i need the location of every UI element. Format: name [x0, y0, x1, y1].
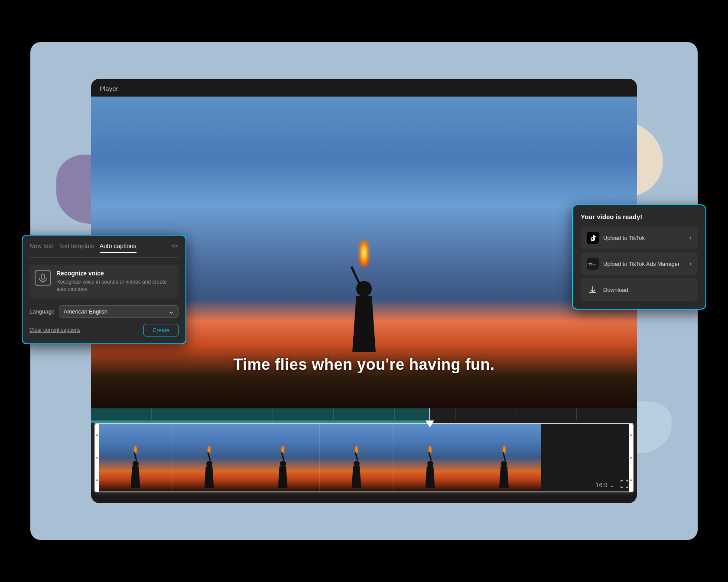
download-option[interactable]: Download [581, 278, 698, 301]
filmstrip-edge-left [95, 424, 99, 491]
upload-tiktok-option[interactable]: Upload to TikTok › [581, 226, 698, 249]
filmstrip [94, 423, 634, 492]
language-label: Language [29, 308, 55, 315]
svg-text:Ads: Ads [592, 263, 596, 266]
mini-body [131, 466, 140, 488]
film-frame-2 [172, 424, 246, 491]
film-frame-4 [320, 424, 393, 491]
aspect-ratio-value: 16:9 [596, 482, 608, 488]
film-frame-6 [467, 424, 541, 491]
captions-panel-tabs: New text Text template Auto captions << [29, 242, 179, 258]
video-ready-panel: Your video is ready! Upload to TikTok › [572, 204, 706, 310]
captions-panel: New text Text template Auto captions << … [22, 235, 186, 344]
playhead-line [429, 408, 430, 420]
filmstrip-edge-right [629, 424, 633, 491]
upload-tiktok-label: Upload to TikTok [603, 235, 645, 241]
playhead-triangle [426, 420, 434, 427]
bottom-controls: 16:9 ⌄ [596, 480, 628, 490]
player-label: Player [100, 85, 118, 92]
clear-captions-button[interactable]: Clear current captions [29, 327, 80, 333]
timeline-progress [91, 408, 429, 420]
tab-text-template[interactable]: Text template [58, 242, 94, 253]
recognize-voice-section: Recognize voice Recognize voice in sound… [29, 265, 179, 298]
upload-tiktok-ads-option[interactable]: TT Ads Upload to TikTok Ads Manager › [581, 252, 698, 275]
svg-rect-0 [41, 274, 45, 279]
main-frame: Player Time flies when you're having fun… [30, 42, 698, 540]
video-flame [359, 240, 369, 266]
create-captions-button[interactable]: Create [143, 324, 179, 336]
upload-tiktok-chevron-icon: › [689, 234, 692, 242]
video-figure [351, 240, 377, 352]
film-frame-5 [393, 424, 467, 491]
aspect-ratio-chevron: ⌄ [609, 482, 614, 488]
recognize-voice-title: Recognize voice [56, 270, 173, 277]
editor-container: Player Time flies when you're having fun… [91, 79, 637, 503]
video-head [356, 281, 372, 297]
language-row: Language American English ⌄ [29, 305, 179, 318]
aspect-ratio-button[interactable]: 16:9 ⌄ [596, 482, 614, 488]
mini-head [133, 461, 139, 467]
tab-new-text[interactable]: New text [29, 242, 53, 253]
video-ready-title: Your video is ready! [581, 213, 698, 220]
film-frame-person-1 [131, 446, 140, 488]
download-label: Download [603, 287, 628, 293]
tiktok-ads-icon: TT Ads [587, 258, 599, 270]
language-select[interactable]: American English ⌄ [59, 305, 179, 318]
video-body [351, 296, 377, 352]
recognize-voice-content: Recognize voice Recognize voice in sound… [56, 270, 173, 293]
recognize-voice-icon [35, 270, 51, 286]
captions-actions: Clear current captions Create [29, 324, 179, 336]
language-chevron-icon: ⌄ [169, 308, 174, 315]
filmstrip-frames [99, 424, 629, 491]
player-header: Player [91, 79, 637, 97]
tab-auto-captions[interactable]: Auto captions [100, 242, 136, 253]
fullscreen-button[interactable] [621, 480, 628, 490]
upload-tiktok-ads-chevron-icon: › [689, 260, 692, 268]
download-icon [587, 284, 599, 296]
upload-tiktok-ads-label: Upload to TikTok Ads Manager [603, 261, 679, 267]
tab-arrows: << [172, 242, 179, 253]
video-caption: Time flies when you're having fun. [233, 356, 494, 374]
film-frame-3 [246, 424, 320, 491]
tiktok-icon [587, 232, 599, 244]
recognize-voice-desc: Recognize voice in sounds or videos and … [56, 278, 173, 293]
timeline-container: 16:9 ⌄ [91, 408, 637, 495]
film-frame-1 [99, 424, 172, 491]
timeline-ruler [91, 408, 637, 420]
language-value: American English [64, 308, 107, 315]
